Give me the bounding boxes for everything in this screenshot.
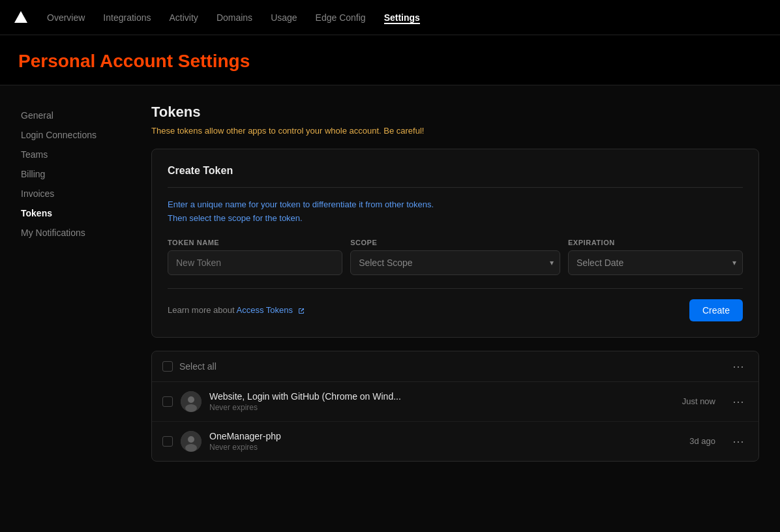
logo[interactable] bbox=[13, 10, 29, 25]
learn-more-text: Learn more about Access Tokens bbox=[168, 305, 305, 315]
avatar bbox=[181, 431, 202, 452]
svg-marker-0 bbox=[14, 11, 27, 23]
scope-label: SCOPE bbox=[350, 239, 560, 246]
svg-point-2 bbox=[188, 396, 194, 403]
external-link-icon bbox=[297, 307, 305, 315]
create-button[interactable]: Create bbox=[689, 299, 743, 321]
sidebar-item-general[interactable]: General bbox=[16, 106, 130, 125]
select-all-checkbox[interactable] bbox=[162, 361, 173, 372]
scope-group: SCOPE Select Scope ▾ bbox=[350, 239, 560, 275]
top-navigation: Overview Integrations Activity Domains U… bbox=[0, 0, 780, 35]
sidebar-item-my-notifications[interactable]: My Notifications bbox=[16, 224, 130, 242]
token-name-2: OneManager-php bbox=[209, 431, 682, 441]
token-more-button-2[interactable]: ⋯ bbox=[728, 434, 748, 449]
nav-domains[interactable]: Domains bbox=[217, 11, 252, 24]
svg-point-3 bbox=[185, 404, 197, 412]
expiration-select[interactable]: Select Date bbox=[568, 250, 743, 275]
create-token-form: TOKEN NAME SCOPE Select Scope ▾ EXPIRATI… bbox=[168, 239, 743, 275]
access-tokens-link[interactable]: Access Tokens bbox=[237, 305, 305, 315]
page-title: Personal Account Settings bbox=[18, 51, 762, 72]
tokens-warning: These tokens allow other apps to control… bbox=[151, 126, 759, 136]
token-more-button-1[interactable]: ⋯ bbox=[728, 394, 748, 409]
token-time-2: 3d ago bbox=[689, 436, 715, 446]
tokens-section-title: Tokens bbox=[151, 104, 759, 121]
svg-point-6 bbox=[185, 444, 197, 452]
main-content: Tokens These tokens allow other apps to … bbox=[130, 85, 780, 530]
tokens-list: Select all ⋯ Website, Login wit bbox=[151, 351, 759, 462]
sidebar-item-invoices[interactable]: Invoices bbox=[16, 185, 130, 203]
token-list-header: Select all ⋯ bbox=[152, 351, 758, 382]
create-token-footer: Learn more about Access Tokens Create bbox=[168, 288, 743, 321]
token-name-label: TOKEN NAME bbox=[168, 239, 342, 246]
sidebar-item-login-connections[interactable]: Login Connections bbox=[16, 126, 130, 144]
sidebar-item-tokens[interactable]: Tokens bbox=[16, 204, 130, 222]
sidebar: General Login Connections Teams Billing … bbox=[0, 85, 130, 530]
create-token-card: Create Token Enter a unique name for you… bbox=[151, 149, 759, 338]
token-checkbox-1[interactable] bbox=[162, 396, 173, 407]
nav-edge-config[interactable]: Edge Config bbox=[316, 11, 366, 24]
expiration-group: EXPIRATION Select Date ▾ bbox=[568, 239, 743, 275]
token-name-group: TOKEN NAME bbox=[168, 239, 342, 275]
expiration-label: EXPIRATION bbox=[568, 239, 743, 246]
scope-select[interactable]: Select Scope bbox=[350, 250, 560, 275]
nav-activity[interactable]: Activity bbox=[170, 11, 198, 24]
table-row: OneManager-php Never expires 3d ago ⋯ bbox=[152, 422, 758, 461]
token-time-1: Just now bbox=[682, 396, 715, 406]
list-more-button[interactable]: ⋯ bbox=[728, 359, 748, 374]
sidebar-item-teams[interactable]: Teams bbox=[16, 145, 130, 164]
token-name-1: Website, Login with GitHub (Chrome on Wi… bbox=[209, 391, 674, 402]
nav-integrations[interactable]: Integrations bbox=[103, 11, 151, 24]
token-expires-2: Never expires bbox=[209, 443, 682, 452]
page-header: Personal Account Settings bbox=[0, 35, 780, 85]
table-row: Website, Login with GitHub (Chrome on Wi… bbox=[152, 382, 758, 422]
svg-point-5 bbox=[188, 436, 194, 443]
token-info-2: OneManager-php Never expires bbox=[209, 431, 682, 452]
token-info-1: Website, Login with GitHub (Chrome on Wi… bbox=[209, 391, 674, 412]
token-name-input[interactable] bbox=[168, 250, 342, 275]
select-all-label: Select all bbox=[179, 361, 217, 372]
scope-select-wrapper: Select Scope ▾ bbox=[350, 250, 560, 275]
content-area: General Login Connections Teams Billing … bbox=[0, 85, 780, 530]
token-checkbox-2[interactable] bbox=[162, 436, 173, 447]
sidebar-item-billing[interactable]: Billing bbox=[16, 165, 130, 183]
avatar bbox=[181, 391, 202, 412]
create-token-title: Create Token bbox=[168, 165, 743, 188]
token-expires-1: Never expires bbox=[209, 403, 674, 412]
nav-settings[interactable]: Settings bbox=[384, 11, 420, 24]
expiration-select-wrapper: Select Date ▾ bbox=[568, 250, 743, 275]
nav-usage[interactable]: Usage bbox=[271, 11, 297, 24]
create-token-description: Enter a unique name for your token to di… bbox=[168, 198, 743, 226]
nav-overview[interactable]: Overview bbox=[47, 11, 85, 24]
